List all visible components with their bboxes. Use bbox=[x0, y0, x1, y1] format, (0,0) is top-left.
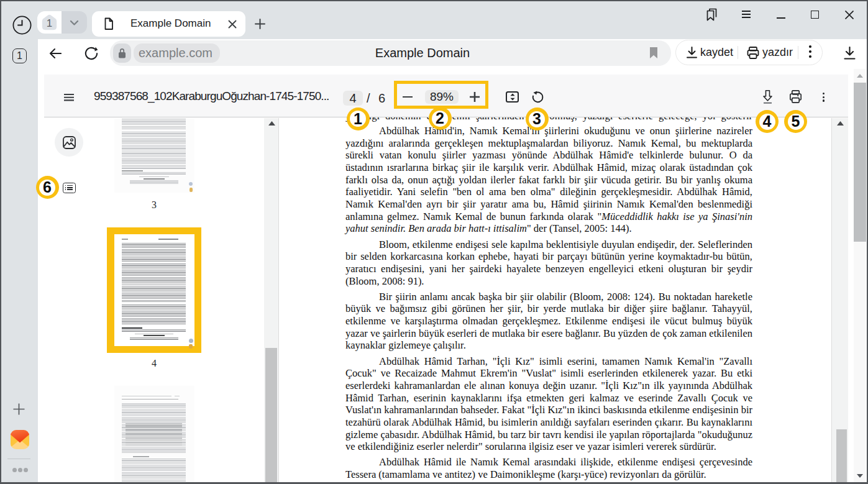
svg-text:1: 1 bbox=[47, 17, 52, 29]
